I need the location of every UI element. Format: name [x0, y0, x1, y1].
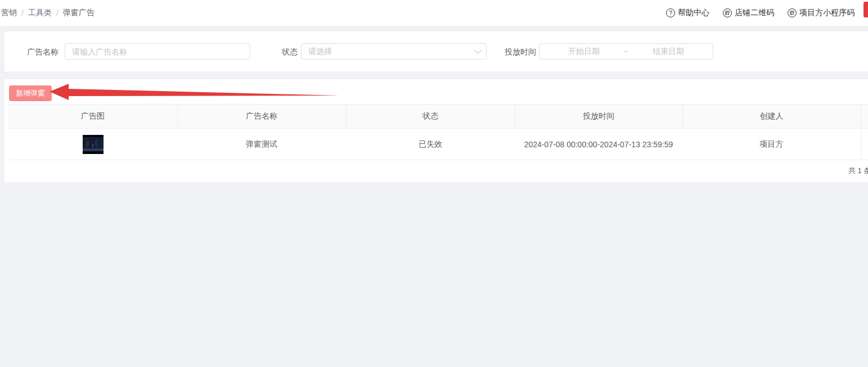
cell-time: 2024-07-08 00:00:00-2024-07-13 23:59:59 — [515, 129, 682, 160]
cell-ad-image — [8, 129, 177, 160]
help-center-link[interactable]: ? 帮助中心 — [666, 8, 709, 18]
cell-creator: 项目方 — [682, 129, 861, 160]
cell-cutoff — [861, 129, 868, 160]
status-filter-label: 状态 — [282, 47, 298, 57]
main-card: 新增弹窗 广告图 广告名称 状态 投放时间 创建人 — [5, 79, 868, 182]
ad-name-filter-label: 广告名称 — [27, 47, 59, 57]
project-miniapp-qrcode-label: 项目方小程序码 — [799, 8, 854, 18]
project-miniapp-qrcode-link[interactable]: 项目方小程序码 — [788, 8, 854, 18]
cell-status: 已失效 — [346, 129, 515, 160]
col-header-ad-image: 广告图 — [8, 105, 177, 129]
shop-qrcode-label: 店铺二维码 — [735, 8, 774, 18]
help-icon: ? — [666, 8, 675, 17]
time-filter-label: 投放时间 — [505, 47, 536, 57]
end-date-placeholder: 结束日期 — [635, 47, 702, 57]
pagination-total: 共 1 条 — [848, 166, 868, 176]
breadcrumb-item-marketing[interactable]: 营销 — [1, 8, 17, 18]
table-row: 弹窗测试 已失效 2024-07-08 00:00:00-2024-07-13 … — [8, 129, 868, 160]
help-center-label: 帮助中心 — [678, 8, 709, 18]
ad-name-input[interactable] — [65, 43, 250, 60]
breadcrumb-separator: / — [56, 8, 59, 17]
breadcrumb-separator: / — [21, 8, 24, 17]
table-header-row: 广告图 广告名称 状态 投放时间 创建人 — [8, 105, 868, 129]
col-header-ad-name: 广告名称 — [177, 105, 346, 129]
ad-thumbnail-image[interactable] — [83, 135, 104, 154]
time-range-picker[interactable]: 开始日期 ~ 结束日期 — [539, 43, 713, 60]
topbar-actions: ? 帮助中心 店铺二维码 项目方小程序码 — [666, 8, 854, 18]
shop-qrcode-icon — [723, 8, 732, 17]
status-select-placeholder: 请选择 — [308, 47, 332, 57]
col-header-status: 状态 — [346, 105, 515, 129]
col-header-time: 投放时间 — [515, 105, 682, 129]
cell-ad-name: 弹窗测试 — [177, 129, 346, 160]
filter-card: 广告名称 状态 请选择 投放时间 开始日期 ~ 结束日期 — [5, 31, 868, 71]
top-bar: 营销 / 工具类 / 弹窗广告 ? 帮助中心 店铺二维码 项目方小程序码 — [0, 0, 868, 26]
col-header-cutoff — [861, 105, 868, 129]
start-date-placeholder: 开始日期 — [550, 47, 618, 57]
range-separator: ~ — [618, 47, 635, 56]
chevron-down-icon — [474, 47, 482, 54]
breadcrumb-item-tools[interactable]: 工具类 — [28, 8, 52, 18]
breadcrumb: 营销 / 工具类 / 弹窗广告 — [1, 8, 95, 18]
shop-qrcode-link[interactable]: 店铺二维码 — [723, 8, 774, 18]
breadcrumb-item-popup-ads: 弹窗广告 — [63, 8, 95, 18]
add-popup-button[interactable]: 新增弹窗 — [9, 85, 52, 101]
ads-table: 广告图 广告名称 状态 投放时间 创建人 — [8, 104, 868, 160]
edge-red-badge — [863, 2, 868, 17]
project-miniapp-qrcode-icon — [788, 8, 797, 17]
col-header-creator: 创建人 — [682, 105, 861, 129]
status-select[interactable]: 请选择 — [301, 43, 487, 60]
